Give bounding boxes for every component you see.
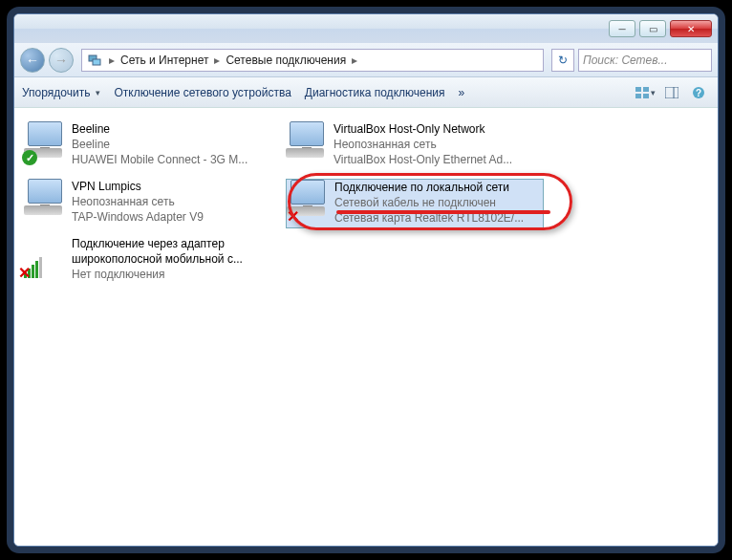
chevron-right-icon: ▸ [212,54,222,67]
connection-status: Сетевой кабель не подключен [334,195,543,210]
refresh-button[interactable]: ↻ [551,49,574,72]
status-error-icon: ✕ [16,265,32,280]
svg-rect-2 [635,87,641,92]
view-buttons: ? [634,83,710,102]
breadcrumb[interactable]: ▸ Сеть и Интернет ▸ Сетевые подключения … [81,49,544,72]
breadcrumb-seg-2[interactable]: Сетевые подключения [222,54,350,67]
breadcrumb-seg-1[interactable]: Сеть и Интернет [117,54,212,67]
forward-button[interactable]: → [49,48,74,73]
view-mode-button[interactable] [634,83,657,102]
connection-status: Beeline [72,137,282,152]
help-button[interactable]: ? [687,83,710,102]
chevron-right-icon: ▸ [350,54,359,67]
connection-name: VirtualBox Host-Only Network [334,121,544,137]
network-adapter-icon [24,179,66,221]
content-area: ✓ Beeline Beeline HUAWEI Mobile Connect … [14,108,718,546]
connection-name: Beeline [72,121,282,137]
maximize-button[interactable]: ▭ [639,20,666,37]
connection-beeline[interactable]: ✓ Beeline Beeline HUAWEI Mobile Connect … [24,121,282,171]
navbar: ← → ▸ Сеть и Интернет ▸ Сетевые подключе… [14,43,718,77]
preview-pane-button[interactable] [660,83,683,102]
network-adapter-icon [286,121,328,163]
toolbar: Упорядочить Отключение сетевого устройст… [14,77,718,108]
network-adapter-icon: ✓ [24,121,66,163]
diagnose-button[interactable]: Диагностика подключения [305,86,445,99]
svg-rect-4 [635,94,641,98]
connection-status: Нет подключения [72,267,282,282]
svg-rect-1 [93,59,100,65]
network-adapter-icon: ✕ [24,236,66,278]
chevron-right-icon: ▸ [107,54,117,67]
search-placeholder: Поиск: Сетев... [583,54,668,67]
search-input[interactable]: Поиск: Сетев... [578,49,712,72]
minimize-button[interactable]: ─ [609,20,635,37]
explorer-window: ─ ▭ ✕ ← → ▸ Сеть и Интернет ▸ Сетевые по… [13,13,719,547]
network-adapter-icon: ✕ [287,180,329,222]
connection-name: Подключение через адаптер широкополосной… [72,236,282,267]
connection-device: HUAWEI Mobile Connect - 3G M... [72,152,282,167]
connection-device: TAP-Windows Adapter V9 [72,209,282,225]
svg-rect-6 [665,87,678,98]
back-button[interactable]: ← [20,48,45,73]
status-error-icon: ✕ [285,208,300,224]
svg-rect-5 [643,94,649,98]
connection-status: Неопознанная сеть [72,194,282,209]
connection-broadband-mobile[interactable]: ✕ Подключение через адаптер широкополосн… [24,236,282,286]
connection-status: Неопознанная сеть [334,137,544,152]
connection-vpn-lumpics[interactable]: VPN Lumpics Неопознанная сеть TAP-Window… [24,179,282,228]
connection-device: Сетевая карта Realtek RTL8102E/... [334,210,543,226]
more-button[interactable]: » [459,86,465,99]
connection-name: VPN Lumpics [72,179,282,194]
organize-button[interactable]: Упорядочить [22,86,100,99]
titlebar: ─ ▭ ✕ [14,14,718,43]
connection-device: VirtualBox Host-Only Ethernet Ad... [334,152,544,167]
connection-local-area[interactable]: ✕ Подключение по локальной сети Сетевой … [286,179,544,228]
connection-name: Подключение по локальной сети [334,180,543,195]
network-icon [86,52,103,69]
connection-virtualbox[interactable]: VirtualBox Host-Only Network Неопознанна… [286,121,544,171]
svg-text:?: ? [696,88,701,98]
status-ok-icon: ✓ [22,150,37,165]
close-button[interactable]: ✕ [670,20,712,37]
svg-rect-3 [643,87,649,92]
disable-device-button[interactable]: Отключение сетевого устройства [114,86,291,99]
